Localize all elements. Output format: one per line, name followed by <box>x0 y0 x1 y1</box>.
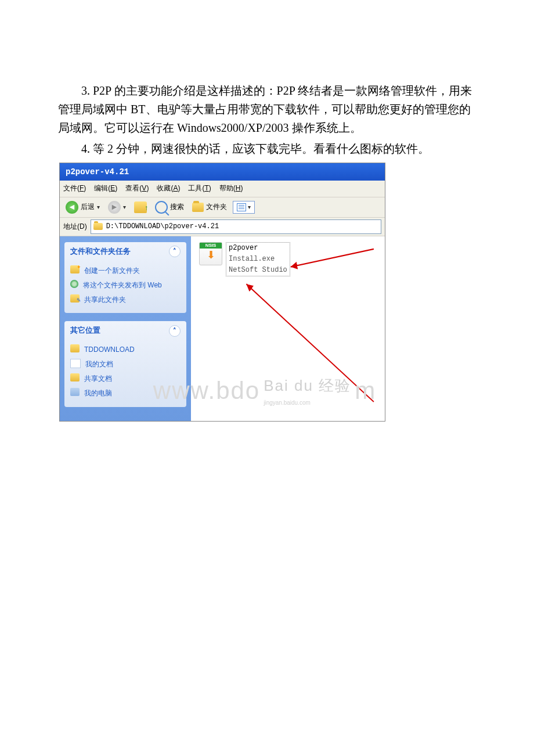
menu-view[interactable]: 查看(V) <box>125 183 149 194</box>
explorer-window: p2pover-v4.21 文件(F) 编辑(E) 查看(V) 收藏(A) 工具… <box>59 163 385 422</box>
task-label: 我的电脑 <box>84 388 112 399</box>
up-button[interactable] <box>132 200 149 214</box>
back-button[interactable]: ◄ 后退 ▾ <box>63 200 102 215</box>
paragraph-4: 4. 等 2 分钟，网速很快的话，应该下载完毕。看看什么图标的软件。 <box>58 139 476 158</box>
task-label: 将这个文件夹发布到 Web <box>83 280 162 291</box>
tasks-group: 文件和文件夹任务 ˄ 创建一个新文件夹 将这个文件夹发布到 Web <box>64 242 186 313</box>
back-arrow-icon: ◄ <box>66 201 78 214</box>
window-title: p2pover-v4.21 <box>66 167 129 177</box>
views-button[interactable]: ▾ <box>233 201 255 214</box>
menu-edit[interactable]: 编辑(E) <box>94 183 117 194</box>
task-label: 创建一个新文件夹 <box>84 265 140 276</box>
document-icon <box>70 359 81 368</box>
task-new-folder[interactable]: 创建一个新文件夹 <box>70 264 181 278</box>
toolbar: ◄ 后退 ▾ ► ▾ 搜索 文件夹 ▾ <box>60 197 385 218</box>
tasks-title: 文件和文件夹任务 <box>70 246 131 258</box>
views-dropdown-icon: ▾ <box>248 203 251 212</box>
search-icon <box>155 201 168 214</box>
task-share-folder[interactable]: 共享此文件夹 <box>70 293 181 307</box>
svg-line-1 <box>246 284 373 402</box>
address-input[interactable]: D:\TDDOWNLOAD\p2pover-v4.21 <box>91 219 381 234</box>
menu-help[interactable]: 帮助(H) <box>219 183 243 194</box>
annotation-arrows <box>191 236 385 421</box>
task-label: 共享此文件夹 <box>84 294 126 305</box>
globe-icon <box>70 280 78 288</box>
folder-icon <box>70 344 80 352</box>
other-title: 其它位置 <box>70 325 100 337</box>
menu-favorites[interactable]: 收藏(A) <box>157 183 180 194</box>
search-button[interactable]: 搜索 <box>153 200 186 215</box>
task-label: 我的文档 <box>85 359 113 370</box>
search-label: 搜索 <box>170 201 184 213</box>
folder-icon <box>70 373 80 381</box>
other-tddownload[interactable]: TDDOWNLOAD <box>70 343 181 357</box>
task-label: 共享文档 <box>84 373 112 384</box>
collapse-tasks-icon[interactable]: ˄ <box>169 246 181 257</box>
views-icon <box>237 203 246 211</box>
other-shareddocs[interactable]: 共享文档 <box>70 372 181 386</box>
other-places-group: 其它位置 ˄ TDDOWNLOAD 我的文档 <box>64 321 186 407</box>
menu-bar: 文件(F) 编辑(E) 查看(V) 收藏(A) 工具(T) 帮助(H) <box>60 181 385 197</box>
folders-label: 文件夹 <box>206 201 227 213</box>
new-folder-icon <box>70 265 80 273</box>
side-panel: 文件和文件夹任务 ˄ 创建一个新文件夹 将这个文件夹发布到 Web <box>60 236 191 421</box>
share-icon <box>70 294 80 303</box>
computer-icon <box>70 388 80 396</box>
task-publish-web[interactable]: 将这个文件夹发布到 Web <box>70 278 181 293</box>
other-mydocs[interactable]: 我的文档 <box>70 357 181 372</box>
window-titlebar[interactable]: p2pover-v4.21 <box>60 163 385 181</box>
folders-button[interactable]: 文件夹 <box>190 200 229 214</box>
collapse-other-icon[interactable]: ˄ <box>169 325 181 337</box>
paragraph-3: 3. P2P 的主要功能介绍是这样描述的：P2P 终结者是一款网络管理软件，用来… <box>58 81 476 137</box>
address-label: 地址(D) <box>63 221 87 232</box>
file-list-area[interactable]: NSIS ⬇ p2pover Install.exe NetSoft Studi… <box>191 236 385 421</box>
forward-button[interactable]: ► ▾ <box>106 200 128 215</box>
address-bar: 地址(D) D:\TDDOWNLOAD\p2pover-v4.21 <box>60 218 385 236</box>
back-label: 后退 <box>81 201 95 213</box>
back-dropdown-icon: ▾ <box>97 203 100 212</box>
folder-up-icon <box>134 201 147 213</box>
forward-arrow-icon: ► <box>108 201 121 214</box>
other-mycomputer[interactable]: 我的电脑 <box>70 386 181 401</box>
menu-tools[interactable]: 工具(T) <box>188 183 211 194</box>
task-label: TDDOWNLOAD <box>84 344 135 355</box>
forward-dropdown-icon: ▾ <box>123 203 126 212</box>
address-path: D:\TDDOWNLOAD\p2pover-v4.21 <box>106 221 219 232</box>
folder-icon <box>93 223 103 230</box>
folders-icon <box>192 203 204 212</box>
menu-file[interactable]: 文件(F) <box>63 183 86 194</box>
svg-line-0 <box>291 249 374 267</box>
